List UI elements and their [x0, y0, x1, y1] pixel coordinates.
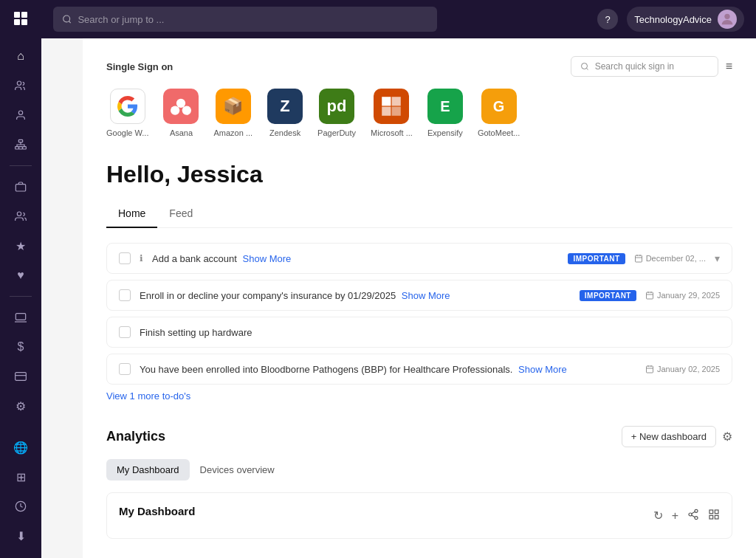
todo-item-bank: ℹ Add a bank account Show More IMPORTANT… [106, 243, 732, 274]
svg-point-16 [182, 106, 191, 114]
global-search-input[interactable] [78, 14, 428, 25]
sso-section-header: Single Sign on Search quick sign in ≡ [106, 56, 732, 77]
svg-rect-8 [16, 314, 25, 320]
share-icon[interactable] [687, 509, 699, 523]
sidebar-item-settings[interactable]: ⚙ [7, 393, 34, 419]
svg-point-21 [689, 513, 692, 516]
account-button[interactable]: TechnologyAdvice [627, 7, 744, 32]
todo-badge-insurance: IMPORTANT [580, 290, 636, 301]
todo-item-insurance: Enroll in or decline your company's insu… [106, 280, 732, 311]
sso-app-asana[interactable]: Asana [163, 89, 199, 137]
todo-checkbox-hardware[interactable] [119, 326, 131, 338]
chevron-down-bank[interactable]: ▾ [715, 252, 720, 264]
grid-view-icon[interactable] [708, 509, 720, 523]
analytics-tab-devices[interactable]: Devices overview [190, 459, 285, 480]
filter-icon[interactable]: ≡ [726, 60, 732, 73]
sso-app-icon-amazon: 📦 [216, 89, 251, 124]
greeting-title: Hello, Jessica [106, 161, 732, 188]
sso-app-icon-google [110, 89, 145, 124]
todo-list: ℹ Add a bank account Show More IMPORTANT… [106, 243, 732, 385]
sso-app-google[interactable]: Google W... [106, 89, 148, 137]
svg-rect-5 [23, 147, 27, 149]
sso-app-zendesk[interactable]: Z Zendesk [267, 89, 303, 137]
sidebar-item-grid[interactable]: ⊞ [7, 464, 34, 490]
sidebar-item-globe[interactable]: 🌐 [7, 434, 34, 461]
todo-item-hardware: Finish setting up hardware [106, 317, 732, 348]
sso-app-label-google: Google W... [106, 128, 148, 137]
svg-rect-24 [715, 510, 718, 514]
todo-date-bank: December 02, ... [634, 254, 706, 263]
todo-text-insurance: Enroll in or decline your company's insu… [140, 290, 571, 301]
svg-rect-19 [646, 366, 653, 373]
sso-app-label-pagerduty: PagerDuty [317, 128, 356, 137]
info-icon-bank: ℹ [140, 253, 143, 264]
sidebar-item-clock[interactable] [7, 493, 34, 520]
todo-checkbox-bbp[interactable] [119, 363, 131, 375]
add-widget-icon[interactable]: + [672, 509, 678, 523]
sso-app-icon-expensify: E [427, 89, 463, 124]
todo-show-more-bbp[interactable]: Show More [518, 364, 567, 375]
sso-title: Single Sign on [106, 61, 173, 72]
sidebar-item-briefcase[interactable] [7, 173, 34, 200]
sso-app-label-asana: Asana [170, 128, 193, 137]
svg-rect-6 [16, 185, 25, 191]
account-name: TechnologyAdvice [634, 14, 712, 25]
svg-point-0 [17, 81, 21, 85]
calendar-icon-bbp [645, 365, 654, 373]
sso-app-expensify[interactable]: E Expensify [427, 89, 463, 137]
sso-apps: Google W... Asana 📦 Amazon ... Z [106, 89, 732, 137]
todo-text-bbp: You have been enrolled into Bloodborne P… [140, 364, 636, 375]
analytics-settings-icon[interactable]: ⚙ [722, 430, 732, 444]
tab-feed[interactable]: Feed [157, 200, 205, 228]
sidebar-item-org[interactable] [7, 131, 34, 158]
todo-show-more-insurance[interactable]: Show More [402, 290, 450, 301]
sso-app-icon-gotomeet: G [481, 89, 517, 124]
sidebar-item-add-person[interactable] [7, 72, 34, 99]
tab-home[interactable]: Home [106, 200, 157, 228]
my-dashboard-title: My Dashboard [119, 505, 195, 517]
hello-section: Hello, Jessica Home Feed ℹ Add a bank ac… [106, 161, 732, 402]
sso-app-label-expensify: Expensify [427, 128, 463, 137]
analytics-tab-my-dashboard[interactable]: My Dashboard [106, 459, 190, 480]
svg-point-20 [695, 509, 698, 512]
sidebar-item-home[interactable]: ⌂ [7, 43, 34, 69]
view-more-todos[interactable]: View 1 more to-do's [106, 390, 190, 402]
svg-rect-2 [18, 140, 22, 142]
sidebar-item-card[interactable] [7, 363, 34, 390]
analytics-tabs: My Dashboard Devices overview [106, 459, 732, 480]
sidebar-item-dollar[interactable]: $ [7, 334, 34, 360]
todo-badge-bank: IMPORTANT [568, 253, 625, 264]
sso-search-icon [580, 62, 589, 71]
todo-text-hardware: Finish setting up hardware [140, 327, 720, 338]
sso-app-amazon[interactable]: 📦 Amazon ... [213, 89, 252, 137]
sidebar-item-laptop[interactable] [7, 304, 34, 331]
sso-app-label-amazon: Amazon ... [213, 128, 252, 137]
global-search[interactable] [53, 7, 437, 32]
sso-search[interactable]: Search quick sign in [571, 56, 718, 77]
svg-rect-23 [709, 510, 713, 514]
todo-item-bbp: You have been enrolled into Bloodborne P… [106, 354, 732, 385]
sidebar-item-star[interactable]: ★ [7, 232, 34, 259]
sso-app-gotomeet[interactable]: G GotoMeet... [478, 89, 520, 137]
new-dashboard-button[interactable]: + New dashboard [622, 426, 716, 447]
refresh-icon[interactable]: ↻ [653, 509, 663, 523]
svg-point-1 [18, 111, 22, 114]
dashboard-toolbar: ↻ + [653, 509, 720, 523]
sso-app-microsoft[interactable]: Microsoft ... [371, 89, 413, 137]
sidebar-item-download[interactable]: ⬇ [7, 523, 34, 549]
svg-point-12 [724, 14, 729, 19]
analytics-actions: + New dashboard ⚙ [622, 426, 732, 447]
svg-point-13 [581, 63, 587, 69]
todo-checkbox-bank[interactable] [119, 252, 131, 264]
sidebar-item-heart[interactable]: ♥ [7, 262, 34, 289]
home-tabs: Home Feed [106, 200, 732, 228]
todo-show-more-bank[interactable]: Show More [243, 253, 292, 264]
todo-checkbox-insurance[interactable] [119, 289, 131, 301]
sidebar-item-person[interactable] [7, 102, 34, 128]
sso-app-pagerduty[interactable]: pd PagerDuty [317, 89, 356, 137]
help-button[interactable]: ? [597, 9, 618, 30]
main-content: Single Sign on Search quick sign in ≡ Go… [83, 38, 756, 558]
sidebar-item-people[interactable] [7, 203, 34, 230]
topnav: ? TechnologyAdvice [41, 0, 756, 38]
sidebar: ⌂ ★ ♥ $ ⚙ 🌐 ⊞ ⬇ [0, 0, 41, 558]
